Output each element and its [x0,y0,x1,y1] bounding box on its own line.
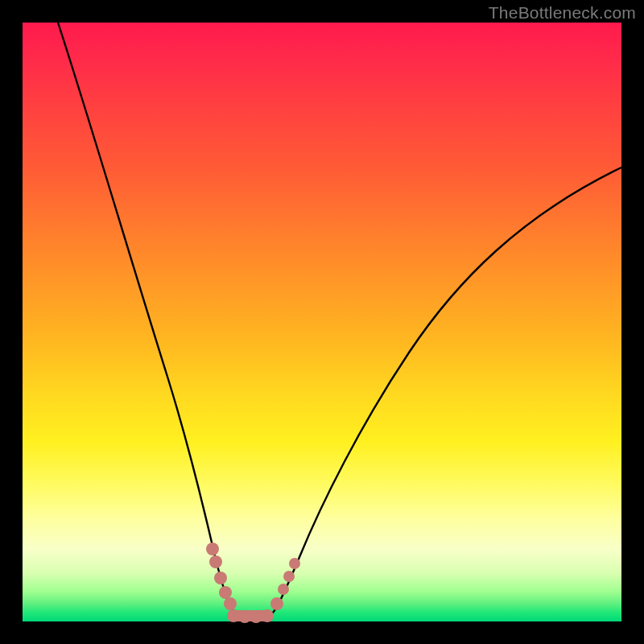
minimum-region-markers [206,543,300,623]
svg-point-8 [250,610,262,623]
svg-point-3 [219,586,232,599]
svg-point-6 [227,609,240,622]
svg-point-4 [224,597,237,610]
watermark-text: TheBottleneck.com [489,3,636,23]
plot-area [23,23,621,621]
svg-point-1 [209,555,222,568]
svg-point-12 [283,571,295,582]
chart-frame: TheBottleneck.com [0,0,644,644]
curve-layer [23,23,621,621]
svg-point-11 [278,584,289,595]
svg-point-10 [270,597,283,610]
svg-point-0 [206,543,219,555]
bottleneck-curve [58,23,621,618]
svg-point-2 [214,572,227,584]
svg-point-9 [261,609,274,622]
svg-point-13 [289,558,300,569]
svg-point-7 [238,610,251,623]
